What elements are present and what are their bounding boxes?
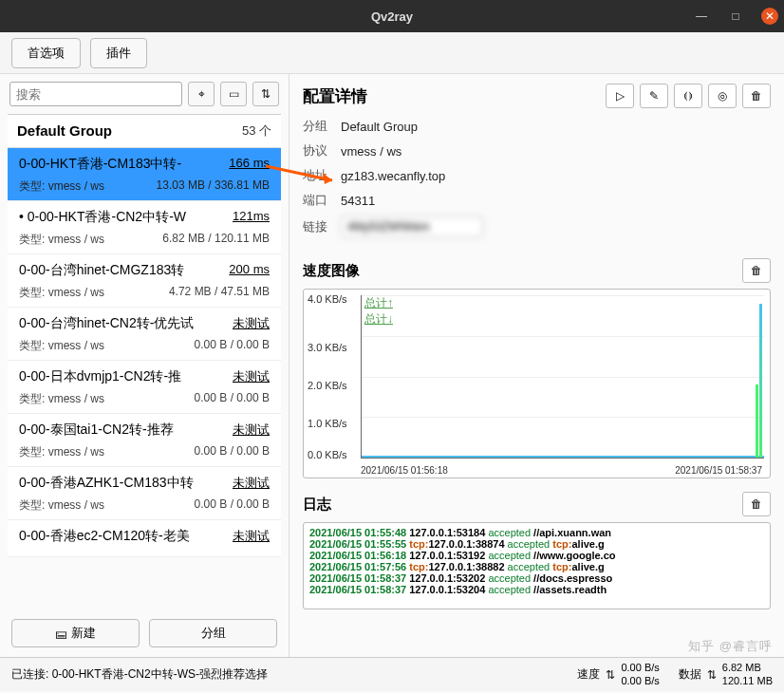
- detail-title: 配置详情: [303, 85, 367, 107]
- conn-latency: 未测试: [233, 475, 270, 492]
- conn-latency: 未测试: [233, 528, 270, 545]
- logs-title: 日志: [303, 496, 331, 514]
- minimize-icon[interactable]: —: [693, 8, 710, 25]
- close-icon[interactable]: ✕: [761, 8, 778, 25]
- connection-item[interactable]: 0-00-台湾hinet-CMGZ183转200 ms类型: vmess / w…: [8, 254, 281, 308]
- conn-latency: 166 ms: [229, 156, 270, 173]
- conn-type: 类型: vmess / ws: [19, 444, 104, 460]
- search-input[interactable]: [9, 82, 182, 106]
- conn-type: 类型: vmess / ws: [19, 391, 104, 407]
- group-count: 53 个: [242, 122, 271, 140]
- connection-list: Default Group 53 个 0-00-HKT香港-CM183中转-16…: [8, 114, 281, 609]
- conn-name: 0-00-香港ec2-CM120转-老美: [19, 528, 190, 545]
- conn-name: 0-00-泰国tai1-CN2转-推荐: [19, 421, 174, 439]
- conn-stats: 13.03 MB / 336.81 MB: [157, 178, 270, 195]
- conn-stats: 0.00 B / 0.00 B: [195, 444, 270, 460]
- json-edit-icon[interactable]: ⟬⟭: [674, 84, 702, 108]
- updown-icon: ⇅: [606, 668, 615, 682]
- conn-stats: 4.72 MB / 47.51 MB: [169, 285, 270, 301]
- watermark: 知乎 @睿言呼: [688, 638, 773, 655]
- conn-stats: 0.00 B / 0.00 B: [195, 497, 270, 514]
- conn-name: • 0-00-HKT香港-CN2中转-W: [19, 209, 186, 226]
- conn-stats: 0.00 B / 0.00 B: [195, 391, 270, 407]
- conn-latency: 200 ms: [229, 262, 270, 279]
- conn-latency: 未测试: [233, 421, 270, 439]
- conn-name: 0-00-日本dvmjp1-CN2转-推: [19, 368, 181, 385]
- conn-latency: 121ms: [233, 209, 270, 226]
- log-viewer[interactable]: 2021/06/15 01:55:48 127.0.0.1:53184 acce…: [303, 522, 771, 609]
- field-value: 54311: [341, 194, 375, 208]
- connection-item[interactable]: • 0-00-HKT香港-CN2中转-W121ms类型: vmess / ws6…: [8, 201, 281, 254]
- speed-chart: 4.0 KB/s 3.0 KB/s 2.0 KB/s 1.0 KB/s 0.0 …: [303, 289, 771, 478]
- conn-name: 0-00-HKT香港-CM183中转-: [19, 156, 181, 173]
- new-button[interactable]: 🖴 新建: [11, 619, 140, 647]
- field-label: 分组: [303, 118, 341, 135]
- statusbar: 已连接: 0-00-HKT香港-CN2中转-WS-强烈推荐选择 速度 ⇅ 0.0…: [0, 657, 784, 691]
- right-panel: 配置详情 ▷ ✎ ⟬⟭ ◎ 🗑 分组Default Group 协议vmess …: [289, 74, 784, 657]
- toolbar: 首选项 插件: [0, 32, 784, 74]
- log-line: 2021/06/15 01:58:37 127.0.0.1:53202 acce…: [309, 572, 764, 584]
- clear-logs-icon[interactable]: 🗑: [742, 492, 771, 516]
- titlebar: Qv2ray — □ ✕: [0, 0, 784, 32]
- conn-latency: 未测试: [233, 368, 270, 385]
- plugins-button[interactable]: 插件: [90, 38, 147, 68]
- data-label: 数据: [679, 666, 701, 683]
- preferences-button[interactable]: 首选项: [11, 38, 81, 68]
- field-value: gz183.wecanfly.top: [341, 169, 445, 183]
- log-line: 2021/06/15 01:55:55 tcp:127.0.0.1:38874 …: [309, 538, 764, 550]
- conn-stats: 6.82 MB / 120.11 MB: [162, 232, 270, 248]
- group-name: Default Group: [17, 122, 112, 140]
- log-line: 2021/06/15 01:55:48 127.0.0.1:53184 acce…: [309, 527, 764, 538]
- edit-icon[interactable]: ✎: [640, 84, 668, 108]
- clear-chart-icon[interactable]: 🗑: [742, 258, 771, 283]
- field-value: vmess / ws: [341, 144, 401, 159]
- window-title: Qv2ray: [371, 9, 413, 24]
- link-value[interactable]: 4My53ZWNhbm: [341, 216, 483, 237]
- filter-icon[interactable]: ▭: [220, 82, 247, 106]
- conn-type: 类型: vmess / ws: [19, 178, 104, 195]
- sort-icon[interactable]: ⇅: [252, 82, 279, 106]
- connection-item[interactable]: 0-00-台湾hinet-CN2转-优先试未测试类型: vmess / ws0.…: [8, 308, 281, 361]
- delete-icon[interactable]: 🗑: [742, 84, 771, 108]
- play-icon[interactable]: ▷: [606, 84, 634, 108]
- updown-icon: ⇅: [707, 668, 717, 682]
- conn-stats: 0.00 B / 0.00 B: [195, 338, 270, 354]
- field-label: 链接: [303, 218, 341, 235]
- group-header[interactable]: Default Group 53 个: [8, 115, 281, 148]
- group-button[interactable]: 分组: [149, 619, 277, 647]
- detail-form: 分组Default Group 协议vmess / ws 地址gz183.wec…: [303, 118, 771, 245]
- locate-icon[interactable]: ⌖: [188, 82, 215, 106]
- connection-item[interactable]: 0-00-日本dvmjp1-CN2转-推未测试类型: vmess / ws0.0…: [8, 361, 281, 414]
- conn-latency: 未测试: [233, 315, 270, 332]
- chart-title: 速度图像: [303, 262, 360, 280]
- log-line: 2021/06/15 01:58:37 127.0.0.1:53204 acce…: [309, 584, 764, 595]
- conn-name: 0-00-香港AZHK1-CM183中转: [19, 475, 194, 492]
- log-line: 2021/06/15 01:57:56 tcp:127.0.0.1:38882 …: [309, 561, 764, 572]
- connection-item[interactable]: 0-00-香港AZHK1-CM183中转未测试类型: vmess / ws0.0…: [8, 467, 281, 520]
- conn-type: 类型: vmess / ws: [19, 497, 104, 514]
- share-icon[interactable]: ◎: [708, 84, 737, 108]
- conn-name: 0-00-台湾hinet-CMGZ183转: [19, 262, 184, 279]
- field-label: 端口: [303, 192, 341, 209]
- field-label: 地址: [303, 167, 341, 184]
- log-line: 2021/06/15 01:56:18 127.0.0.1:53192 acce…: [309, 550, 764, 561]
- connection-item[interactable]: 0-00-香港ec2-CM120转-老美未测试: [8, 520, 281, 557]
- status-connected: 已连接: 0-00-HKT香港-CN2中转-WS-强烈推荐选择: [11, 666, 558, 683]
- connection-item[interactable]: 0-00-泰国tai1-CN2转-推荐未测试类型: vmess / ws0.00…: [8, 414, 281, 467]
- conn-type: 类型: vmess / ws: [19, 338, 104, 354]
- field-label: 协议: [303, 142, 341, 159]
- connection-item[interactable]: 0-00-HKT香港-CM183中转-166 ms类型: vmess / ws1…: [8, 148, 281, 201]
- speed-label: 速度: [577, 666, 600, 683]
- field-value: Default Group: [341, 120, 418, 134]
- left-panel: ⌖ ▭ ⇅ Default Group 53 个 0-00-HKT香港-CM18…: [0, 74, 289, 657]
- conn-type: 类型: vmess / ws: [19, 232, 104, 248]
- maximize-icon[interactable]: □: [727, 8, 744, 25]
- conn-name: 0-00-台湾hinet-CN2转-优先试: [19, 315, 194, 332]
- conn-type: 类型: vmess / ws: [19, 285, 104, 301]
